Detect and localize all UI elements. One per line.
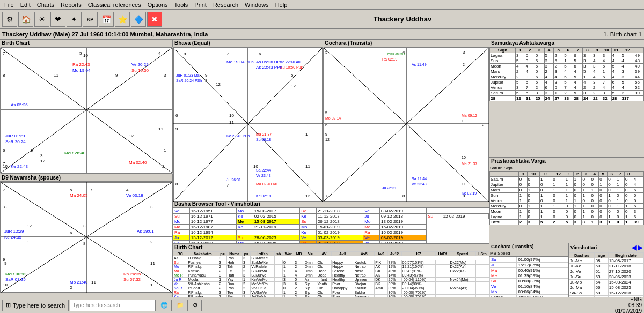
toolbar-settings[interactable]: ⚙ — [2, 12, 17, 27]
gochara-speed-label: Gochara (Transits) — [489, 243, 568, 250]
table-row: Ju R Moola 1 Yay 1 Ke/Ve/Mo 3 5 Alr Infa… — [173, 278, 489, 282]
vimshottari-content: Dashas age Begin date Ju-Me 58 15-08-201… — [569, 252, 644, 303]
toolbar-close[interactable]: ✖ — [147, 12, 162, 27]
vimshottari-panel: Vimshottari ◀ ▶ Dashas age Begin date Ju… — [569, 243, 644, 302]
menu-file[interactable]: File — [1, 1, 17, 9]
svg-text:8: 8 — [4, 205, 7, 210]
table-row: Mars 01 01 10 11 00 10 6 — [490, 188, 644, 193]
svg-text:3: 3 — [205, 78, 208, 83]
toolbar-star2[interactable]: ⭐ — [115, 12, 130, 27]
menu-classical[interactable]: Classical references — [85, 1, 144, 9]
svg-text:9: 9 — [91, 188, 94, 192]
birth-chart-label: Birth Chart — [0, 40, 172, 47]
svg-text:6: 6 — [175, 113, 178, 118]
table-row: Mars 245 234 454 143 39 — [490, 69, 644, 74]
birth-table-panel: Birth Chart RC Nakshatra p= Nama p= Ird/… — [173, 243, 489, 297]
taskbar-app3[interactable]: ⚙ — [189, 300, 202, 311]
table-row: Su Pushya 3 Hoh 3 Su/Me/Ke 0 3 Dmn Old H… — [173, 260, 489, 265]
start-button[interactable]: ⊞ Type here to search — [2, 300, 69, 311]
toolbar-calendar[interactable]: 📅 — [99, 12, 114, 27]
birth-chart-table: RC Nakshatra p= Nama p= Ird/sb sb War MB… — [173, 251, 489, 297]
svg-text:7: 7 — [226, 183, 229, 188]
toolbar-home[interactable]: 🏠 — [18, 12, 33, 27]
table-row: Ra P.Phalg. 3 Tee 3 Ve/Sa/Ve 1 2 Slp Old… — [173, 290, 489, 295]
menu-help[interactable]: Help — [272, 1, 291, 9]
svg-text:MeR 26:40: MeR 26:40 — [64, 151, 86, 155]
svg-text:Mo 19:04 PPh: Mo 19:04 PPh — [226, 59, 254, 64]
gochara-chart-area: 5 4 3 7 8 9 6 2 Ra 02:19 Mo 02:14 — [323, 47, 489, 202]
dasha-row: Ma 16-12-1987 Ke 21-11-2019 Mo 15-01-201… — [173, 225, 489, 230]
menu-tools[interactable]: Tools — [171, 1, 192, 9]
toolbar-gem[interactable]: 🔷 — [131, 12, 146, 27]
menu-edit[interactable]: Edit — [17, 1, 34, 9]
menu-windows[interactable]: Windows — [241, 1, 272, 9]
svg-text:As 05:26: As 05:26 — [11, 102, 28, 107]
svg-text:5: 5 — [325, 50, 328, 55]
vimshottari-next[interactable]: ▶ — [638, 244, 642, 251]
gochara-speed-panel: Gochara (Transits) MB Speed Su01:00(97%)… — [489, 243, 569, 302]
svg-text:10: 10 — [253, 164, 258, 169]
svg-text:11: 11 — [54, 73, 58, 78]
svg-text:10: 10 — [83, 53, 88, 58]
svg-text:Ve 20:22: Ve 20:22 — [131, 62, 149, 67]
svg-text:1: 1 — [164, 148, 166, 153]
vimshottari-prev[interactable]: ◀ — [632, 244, 636, 251]
table-row: Lagna 355 525 633 345 49 — [490, 53, 644, 58]
toolbar-kp[interactable]: KP — [83, 12, 98, 27]
menu-print[interactable]: Print — [191, 1, 210, 9]
table-row: Saturn 553 312 532 352 39 — [490, 91, 644, 96]
samudaya-panel: Samudaya Ashtakavarga Sign 123 456 789 1… — [489, 40, 644, 158]
taskbar-app2[interactable]: 📁 — [173, 300, 188, 311]
samudaya-content: Sign 123 456 789 101112 Lagna 355 525 63… — [489, 47, 644, 101]
svg-text:Su 07:33: Su 07:33 — [123, 277, 141, 282]
svg-text:3: 3 — [463, 50, 465, 55]
menu-options[interactable]: Options — [144, 1, 171, 9]
system-tray: ENG 08:39 01/07/2019 — [615, 296, 642, 313]
svg-text:12: 12 — [325, 138, 330, 141]
menu-research[interactable]: Research — [210, 1, 241, 9]
table-row: Lagna 10 10 00 10 01 01 6 — [490, 214, 644, 220]
svg-text:7: 7 — [226, 51, 229, 56]
dasha-row: Su 16-12-1971 Ke 02-02-2015 Ke 11-12-201… — [173, 214, 489, 219]
svg-text:10: 10 — [462, 155, 466, 159]
svg-text:Ma 09:12: Ma 09:12 — [462, 114, 477, 117]
svg-text:1: 1 — [150, 282, 153, 287]
birth-chart-svg: 10 11 9 Ra 22:43 Mo 19:04 5 Ve 20:22 Su … — [0, 47, 173, 174]
table-row: Moon 10 10 00 10 00 00 3 — [490, 209, 644, 214]
birth-table-label: Birth Chart — [173, 244, 489, 251]
saturn-sign-label: Saturn Sign — [490, 166, 513, 170]
svg-text:2: 2 — [70, 285, 72, 290]
table-row: Ju-Me 58 15-08-2017 — [569, 258, 644, 264]
svg-text:As 05:26 UPh: As 05:26 UPh — [256, 59, 282, 64]
prastarashtaka-table: 910 1112 12 34 56 78 Saturn 00 10 11 00 — [489, 171, 644, 225]
svg-text:Ju 26:31: Ju 26:31 — [226, 178, 241, 182]
svg-text:9: 9 — [205, 73, 208, 78]
subject-info: Thackery Uddhav (Male) 27 Jul 1960 10:14… — [2, 31, 208, 38]
toolbar-heart[interactable]: ❤ — [50, 12, 65, 27]
start-label: Type here to search — [13, 302, 65, 309]
svg-text:12: 12 — [305, 193, 310, 198]
svg-text:4: 4 — [126, 188, 129, 192]
toolbar-title: Thackery Uddhav — [163, 15, 642, 23]
toolbar-sun[interactable]: ☀ — [34, 12, 49, 27]
toolbar-star[interactable]: ✦ — [67, 12, 82, 27]
svg-text:JuR 12:29: JuR 12:29 — [4, 229, 24, 234]
svg-text:2: 2 — [307, 182, 310, 187]
svg-text:11: 11 — [305, 164, 310, 169]
svg-text:Su 10:50: Su 10:50 — [131, 68, 149, 73]
speed-table: Su01:00(97%) Ju15:17(86%) Ma00:40(91%) M… — [489, 257, 568, 303]
menu-reports[interactable]: Reports — [57, 1, 85, 9]
table-row: Mercury 206 445 514 643 44 — [490, 74, 644, 80]
svg-text:Ma 21:37: Ma 21:37 — [256, 132, 272, 136]
svg-text:9: 9 — [175, 126, 178, 131]
search-input[interactable] — [70, 300, 156, 311]
taskbar-app1[interactable]: 🌐 — [157, 300, 172, 311]
svg-text:Ra 02:19: Ra 02:19 — [382, 57, 398, 61]
svg-text:12: 12 — [129, 133, 134, 138]
svg-text:12: 12 — [27, 223, 32, 228]
svg-text:8: 8 — [175, 182, 178, 187]
menu-charts[interactable]: Charts — [34, 1, 57, 9]
svg-text:6: 6 — [3, 148, 5, 153]
chart-number: 1. Birth chart 1 — [603, 31, 642, 38]
svg-text:Ma 24:05: Ma 24:05 — [70, 193, 88, 198]
